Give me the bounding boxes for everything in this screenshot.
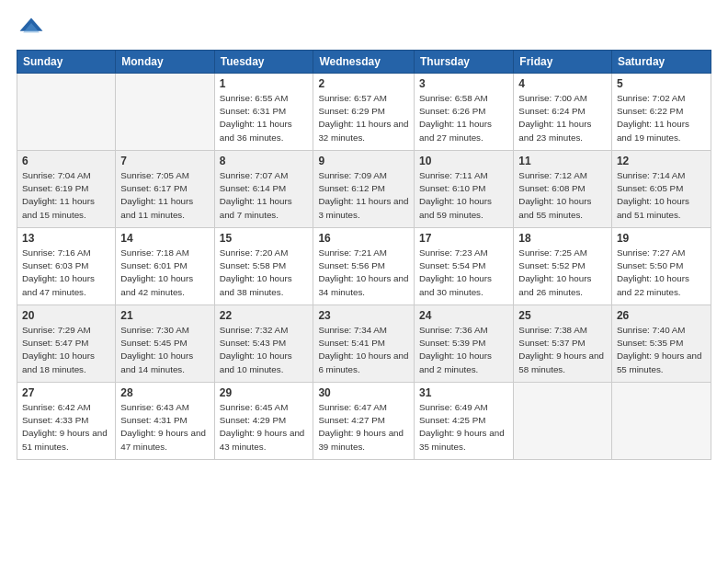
day-number: 31 — [419, 386, 508, 399]
cell-info: Sunrise: 7:32 AMSunset: 5:43 PMDaylight:… — [220, 324, 309, 376]
sunset: Sunset: 6:03 PM — [22, 260, 88, 270]
daylight: Daylight: 11 hours and 3 minutes. — [318, 196, 408, 219]
sunset: Sunset: 6:17 PM — [120, 183, 187, 193]
table-row: 17Sunrise: 7:23 AMSunset: 5:54 PMDayligh… — [415, 228, 514, 305]
cell-info: Sunrise: 7:38 AMSunset: 5:37 PMDaylight:… — [518, 324, 607, 376]
table-row — [116, 74, 214, 151]
sunrise: Sunrise: 7:20 AM — [220, 247, 289, 258]
daylight: Daylight: 10 hours and 42 minutes. — [120, 273, 193, 296]
day-number: 23 — [318, 309, 409, 322]
sunrise: Sunrise: 7:07 AM — [220, 170, 289, 180]
day-number: 5 — [617, 77, 706, 90]
day-number: 11 — [518, 155, 607, 167]
sunset: Sunset: 5:35 PM — [617, 338, 683, 348]
daylight: Daylight: 9 hours and 58 minutes. — [518, 350, 604, 373]
calendar-week-row: 6Sunrise: 7:04 AMSunset: 6:19 PMDaylight… — [17, 151, 711, 228]
day-number: 25 — [518, 309, 607, 322]
cell-info: Sunrise: 6:47 AMSunset: 4:27 PMDaylight:… — [318, 401, 409, 454]
logo-icon — [17, 15, 46, 44]
cell-info: Sunrise: 7:18 AMSunset: 6:01 PMDaylight:… — [120, 247, 209, 299]
sunset: Sunset: 6:31 PM — [220, 106, 286, 116]
sunrise: Sunrise: 7:21 AM — [318, 247, 387, 258]
day-number: 21 — [120, 309, 209, 322]
table-row: 7Sunrise: 7:05 AMSunset: 6:17 PMDaylight… — [116, 151, 214, 228]
table-row: 1Sunrise: 6:55 AMSunset: 6:31 PMDaylight… — [214, 74, 313, 151]
daylight: Daylight: 11 hours and 32 minutes. — [318, 119, 408, 142]
sunset: Sunset: 6:01 PM — [120, 260, 187, 270]
cell-info: Sunrise: 7:40 AMSunset: 5:35 PMDaylight:… — [617, 324, 706, 376]
col-friday: Friday — [514, 51, 612, 74]
cell-info: Sunrise: 7:21 AMSunset: 5:56 PMDaylight:… — [318, 247, 409, 299]
day-number: 19 — [617, 232, 706, 245]
table-row: 31Sunrise: 6:49 AMSunset: 4:25 PMDayligh… — [415, 383, 514, 460]
daylight: Daylight: 10 hours and 59 minutes. — [419, 196, 492, 219]
cell-info: Sunrise: 7:14 AMSunset: 6:05 PMDaylight:… — [617, 169, 706, 222]
sunrise: Sunrise: 7:14 AM — [617, 170, 686, 180]
calendar-week-row: 1Sunrise: 6:55 AMSunset: 6:31 PMDaylight… — [17, 74, 711, 151]
table-row: 24Sunrise: 7:36 AMSunset: 5:39 PMDayligh… — [415, 305, 514, 383]
table-row: 26Sunrise: 7:40 AMSunset: 5:35 PMDayligh… — [611, 305, 711, 383]
col-saturday: Saturday — [611, 51, 711, 74]
cell-info: Sunrise: 7:20 AMSunset: 5:58 PMDaylight:… — [220, 247, 309, 299]
daylight: Daylight: 11 hours and 11 minutes. — [120, 196, 193, 219]
cell-info: Sunrise: 7:09 AMSunset: 6:12 PMDaylight:… — [318, 169, 409, 222]
daylight: Daylight: 10 hours and 22 minutes. — [617, 273, 689, 296]
table-row: 2Sunrise: 6:57 AMSunset: 6:29 PMDaylight… — [313, 74, 415, 151]
daylight: Daylight: 9 hours and 39 minutes. — [318, 428, 404, 451]
daylight: Daylight: 11 hours and 15 minutes. — [22, 196, 95, 219]
cell-info: Sunrise: 6:49 AMSunset: 4:25 PMDaylight:… — [419, 401, 508, 454]
sunrise: Sunrise: 7:00 AM — [518, 93, 587, 103]
sunrise: Sunrise: 6:42 AM — [22, 402, 91, 412]
sunset: Sunset: 5:54 PM — [419, 260, 485, 270]
sunrise: Sunrise: 7:30 AM — [120, 325, 189, 335]
table-row: 18Sunrise: 7:25 AMSunset: 5:52 PMDayligh… — [514, 228, 612, 305]
table-row: 25Sunrise: 7:38 AMSunset: 5:37 PMDayligh… — [514, 305, 612, 383]
table-row: 28Sunrise: 6:43 AMSunset: 4:31 PMDayligh… — [116, 383, 214, 460]
daylight: Daylight: 11 hours and 27 minutes. — [419, 119, 492, 142]
sunset: Sunset: 5:56 PM — [318, 260, 384, 270]
sunset: Sunset: 5:41 PM — [318, 338, 384, 348]
calendar-table: Sunday Monday Tuesday Wednesday Thursday… — [17, 50, 711, 460]
cell-info: Sunrise: 6:42 AMSunset: 4:33 PMDaylight:… — [22, 401, 110, 454]
cell-info: Sunrise: 7:12 AMSunset: 6:08 PMDaylight:… — [518, 169, 607, 222]
sunrise: Sunrise: 7:32 AM — [220, 325, 289, 335]
daylight: Daylight: 10 hours and 51 minutes. — [617, 196, 689, 219]
daylight: Daylight: 11 hours and 7 minutes. — [220, 196, 292, 219]
table-row: 23Sunrise: 7:34 AMSunset: 5:41 PMDayligh… — [313, 305, 415, 383]
cell-info: Sunrise: 7:00 AMSunset: 6:24 PMDaylight:… — [518, 92, 607, 144]
cell-info: Sunrise: 7:16 AMSunset: 6:03 PMDaylight:… — [22, 247, 110, 299]
sunset: Sunset: 5:45 PM — [120, 338, 187, 348]
sunset: Sunset: 6:12 PM — [318, 183, 384, 193]
table-row: 30Sunrise: 6:47 AMSunset: 4:27 PMDayligh… — [313, 383, 415, 460]
daylight: Daylight: 10 hours and 26 minutes. — [518, 273, 591, 296]
table-row: 10Sunrise: 7:11 AMSunset: 6:10 PMDayligh… — [415, 151, 514, 228]
cell-info: Sunrise: 6:55 AMSunset: 6:31 PMDaylight:… — [220, 92, 309, 144]
table-row — [514, 383, 612, 460]
cell-info: Sunrise: 7:02 AMSunset: 6:22 PMDaylight:… — [617, 92, 706, 144]
day-number: 26 — [617, 309, 706, 322]
day-number: 28 — [120, 386, 209, 399]
sunset: Sunset: 4:33 PM — [22, 415, 88, 425]
daylight: Daylight: 9 hours and 43 minutes. — [220, 428, 305, 451]
sunset: Sunset: 6:14 PM — [220, 183, 286, 193]
daylight: Daylight: 10 hours and 18 minutes. — [22, 350, 95, 373]
sunset: Sunset: 5:37 PM — [518, 338, 585, 348]
day-number: 20 — [22, 309, 110, 322]
daylight: Daylight: 9 hours and 35 minutes. — [419, 428, 505, 451]
cell-info: Sunrise: 7:30 AMSunset: 5:45 PMDaylight:… — [120, 324, 209, 376]
daylight: Daylight: 9 hours and 55 minutes. — [617, 350, 702, 373]
sunrise: Sunrise: 6:57 AM — [318, 93, 387, 103]
cell-info: Sunrise: 6:45 AMSunset: 4:29 PMDaylight:… — [220, 401, 309, 454]
sunrise: Sunrise: 7:34 AM — [318, 325, 387, 335]
sunrise: Sunrise: 6:55 AM — [220, 93, 289, 103]
cell-info: Sunrise: 7:25 AMSunset: 5:52 PMDaylight:… — [518, 247, 607, 299]
day-number: 27 — [22, 386, 110, 399]
day-number: 16 — [318, 232, 409, 245]
day-number: 17 — [419, 232, 508, 245]
sunset: Sunset: 4:29 PM — [220, 415, 286, 425]
table-row: 19Sunrise: 7:27 AMSunset: 5:50 PMDayligh… — [611, 228, 711, 305]
sunrise: Sunrise: 7:25 AM — [518, 247, 587, 258]
calendar-week-row: 20Sunrise: 7:29 AMSunset: 5:47 PMDayligh… — [17, 305, 711, 383]
daylight: Daylight: 11 hours and 36 minutes. — [220, 119, 292, 142]
day-number: 12 — [617, 155, 706, 167]
